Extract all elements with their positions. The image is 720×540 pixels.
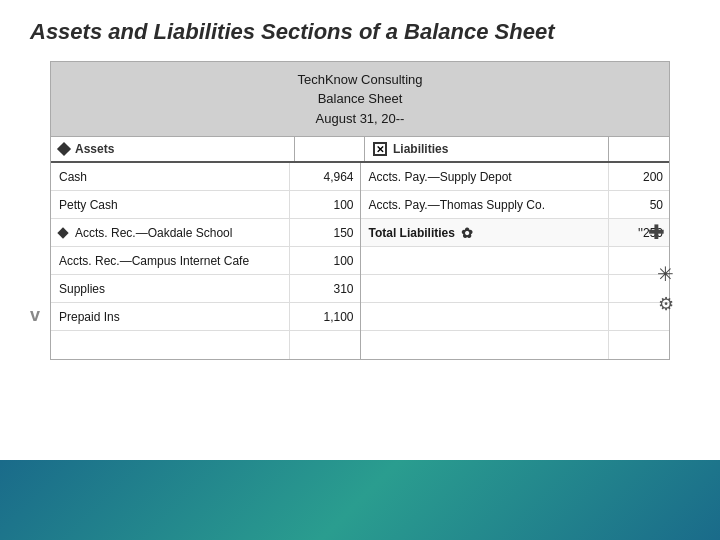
asset-value-6 [290, 331, 360, 359]
cross-annotation: ✚ [648, 220, 665, 244]
asset-label-1: Petty Cash [51, 191, 290, 218]
liabilities-label: Liabilities [393, 142, 448, 156]
doc-date: August 31, 20-- [57, 109, 663, 129]
asset-value-4: 310 [290, 275, 360, 302]
liab-label-1: Accts. Pay.—Thomas Supply Co. [361, 191, 610, 218]
liab-value-0: 200 [609, 163, 669, 190]
asset-value-1: 100 [290, 191, 360, 218]
liab-label-empty-4 [361, 331, 610, 359]
table-row: Accts. Rec.—Oakdale School 150 [51, 219, 360, 247]
company-name: TechKnow Consulting [57, 70, 663, 90]
company-header: TechKnow Consulting Balance Sheet August… [51, 62, 669, 138]
liab-label-empty-2 [361, 275, 610, 302]
asset-value-3: 100 [290, 247, 360, 274]
liab-total-label: Total Liabilities ✿ [361, 219, 610, 246]
liab-value-empty-4 [609, 331, 669, 359]
table-row: Accts. Pay.—Supply Depot 200 [361, 163, 670, 191]
assets-value-header [295, 137, 365, 161]
asterisk-annotation: ✳ [657, 262, 674, 286]
asset-label-3: Accts. Rec.—Campus Internet Cafe [51, 247, 290, 274]
table-row [361, 275, 670, 303]
liab-value-1: 50 [609, 191, 669, 218]
diamond-icon [57, 142, 71, 156]
table-row: Accts. Pay.—Thomas Supply Co. 50 [361, 191, 670, 219]
column-headers: Assets ✕ Liabilities [51, 137, 669, 163]
liab-label-empty-3 [361, 303, 610, 330]
checkbox-icon: ✕ [373, 142, 387, 156]
table-row: Cash 4,964 [51, 163, 360, 191]
table-row: Prepaid Ins 1,100 [51, 303, 360, 331]
asset-label-6 [51, 331, 290, 359]
clover-icon: ✿ [461, 225, 473, 241]
table-row: Total Liabilities ✿ " 250 [361, 219, 670, 247]
table-row: Supplies 310 [51, 275, 360, 303]
liab-label-0: Accts. Pay.—Supply Depot [361, 163, 610, 190]
page-title: Assets and Liabilities Sections of a Bal… [30, 18, 690, 47]
table-row [51, 331, 360, 359]
table-row: Accts. Rec.—Campus Internet Cafe 100 [51, 247, 360, 275]
table-row: Petty Cash 100 [51, 191, 360, 219]
balance-sheet-table: TechKnow Consulting Balance Sheet August… [50, 61, 670, 361]
asset-label-2: Accts. Rec.—Oakdale School [51, 219, 290, 246]
table-row [361, 303, 670, 331]
table-row [361, 331, 670, 359]
asset-value-2: 150 [290, 219, 360, 246]
asset-label-4: Supplies [51, 275, 290, 302]
table-row [361, 247, 670, 275]
row-diamond-icon [57, 227, 68, 238]
liabilities-section: Accts. Pay.—Supply Depot 200 Accts. Pay.… [361, 163, 670, 359]
doc-title: Balance Sheet [57, 89, 663, 109]
assets-column-header: Assets [51, 137, 295, 161]
assets-section: Cash 4,964 Petty Cash 100 Accts. Rec.—Oa… [51, 163, 361, 359]
liabilities-value-header [609, 137, 669, 161]
asset-value-0: 4,964 [290, 163, 360, 190]
data-area: Cash 4,964 Petty Cash 100 Accts. Rec.—Oa… [51, 163, 669, 359]
asset-label-5: Prepaid Ins [51, 303, 290, 330]
assets-label: Assets [75, 142, 114, 156]
page-background [0, 460, 720, 540]
liabilities-column-header: ✕ Liabilities [365, 137, 609, 161]
asset-value-5: 1,100 [290, 303, 360, 330]
gear-annotation: ⚙ [658, 293, 674, 315]
asset-label-0: Cash [51, 163, 290, 190]
liab-label-empty-1 [361, 247, 610, 274]
main-content: Assets and Liabilities Sections of a Bal… [0, 0, 720, 380]
v-annotation: v [30, 305, 40, 326]
